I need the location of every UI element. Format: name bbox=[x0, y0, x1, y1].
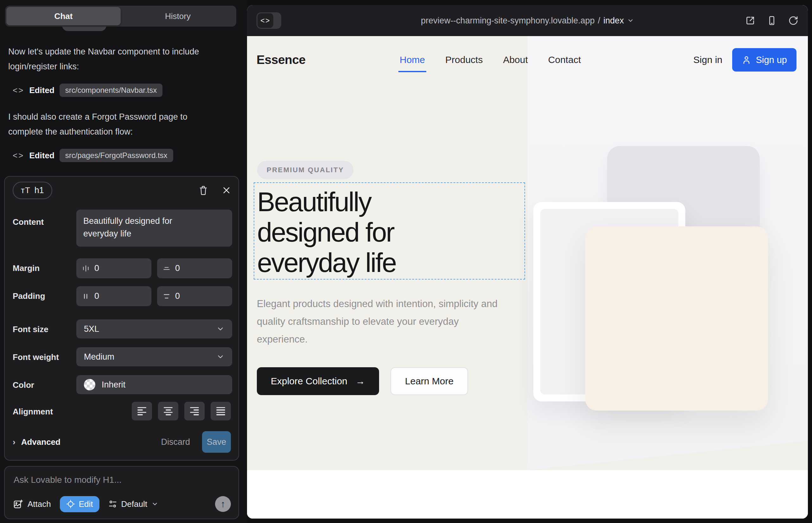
code-view-toggle[interactable]: <> bbox=[257, 12, 281, 29]
sign-in-button[interactable]: Sign in bbox=[693, 54, 722, 65]
edited-file-row[interactable]: <> Edited src/pages/ForgotPassword.tsx bbox=[13, 149, 237, 162]
close-icon bbox=[222, 186, 231, 195]
editor-footer: › Advanced Discard Save bbox=[13, 431, 231, 453]
margin-y-input[interactable]: 0 bbox=[157, 258, 232, 278]
chevron-down-icon bbox=[152, 501, 158, 507]
align-center-button[interactable] bbox=[158, 402, 178, 420]
edited-file-row[interactable]: <> Edited src/components/Navbar.tsx bbox=[13, 84, 237, 97]
chevron-down-icon bbox=[216, 325, 225, 333]
content-input[interactable]: Beautifully designed for everyday life bbox=[76, 210, 232, 247]
color-select[interactable]: Inherit bbox=[76, 375, 232, 394]
align-justify-button[interactable] bbox=[211, 402, 231, 420]
advanced-toggle[interactable]: › Advanced bbox=[13, 437, 60, 447]
open-external-button[interactable] bbox=[745, 16, 755, 26]
preview-window: <> preview--charming-site-symphony.lovab… bbox=[247, 5, 808, 519]
code-icon: <> bbox=[13, 86, 24, 95]
url-bar[interactable]: preview--charming-site-symphony.lovable.… bbox=[247, 5, 808, 36]
nav-link-products[interactable]: Products bbox=[445, 54, 483, 65]
mode-select-button[interactable]: Default bbox=[108, 499, 158, 509]
explore-collection-button[interactable]: Explore Collection → bbox=[257, 367, 379, 395]
close-panel-button[interactable] bbox=[222, 186, 231, 195]
font-size-select[interactable]: 5XL bbox=[76, 320, 232, 339]
settings-sliders-icon bbox=[108, 500, 117, 508]
chrome-actions bbox=[745, 16, 798, 26]
align-justify-icon bbox=[216, 407, 225, 415]
tab-chat[interactable]: Chat bbox=[6, 7, 121, 25]
edited-label: Edited bbox=[29, 86, 54, 95]
alignment-label: Alignment bbox=[13, 407, 53, 417]
nav-link-home[interactable]: Home bbox=[400, 54, 425, 65]
edited-label: Edited bbox=[29, 151, 54, 161]
margin-x-icon bbox=[82, 265, 90, 272]
nav-link-about[interactable]: About bbox=[503, 54, 528, 65]
attach-button[interactable]: Attach bbox=[13, 499, 51, 509]
code-icon: <> bbox=[258, 13, 273, 28]
hero-heading: Beautifully designed for everyday life bbox=[254, 183, 525, 278]
chat-message: I should also create a Forgot Password p… bbox=[8, 110, 224, 139]
element-tag-name: h1 bbox=[35, 185, 44, 195]
url-separator: / bbox=[598, 16, 600, 26]
transparency-swatch-icon bbox=[84, 379, 95, 390]
hero-cta-row: Explore Collection → Learn More bbox=[257, 367, 468, 395]
hero-paragraph: Elegant products designed with intention… bbox=[257, 295, 507, 348]
element-tag-pill[interactable]: тT h1 bbox=[13, 182, 52, 199]
url-page: index bbox=[603, 16, 624, 26]
lovable-app: Chat History Now let's update the Navbar… bbox=[0, 0, 812, 523]
site-logo[interactable]: Essence bbox=[257, 53, 306, 67]
chat-sidebar: Chat History Now let's update the Navbar… bbox=[0, 0, 247, 523]
font-weight-label: Font weight bbox=[13, 353, 59, 362]
tab-history[interactable]: History bbox=[121, 7, 235, 25]
h1-selection-outline[interactable]: Beautifully designed for everyday life bbox=[254, 182, 525, 279]
padding-y-icon bbox=[163, 292, 170, 300]
margin-y-icon bbox=[163, 265, 170, 272]
image-plus-icon bbox=[13, 499, 23, 509]
chevron-down-icon bbox=[627, 17, 634, 24]
external-link-icon bbox=[745, 16, 755, 26]
nav-links: Home Products About Contact bbox=[400, 54, 581, 65]
margin-x-input[interactable]: 0 bbox=[76, 258, 152, 278]
device-preview-button[interactable] bbox=[767, 16, 777, 26]
discard-button[interactable]: Discard bbox=[161, 437, 190, 447]
file-path-pill[interactable]: src/pages/ForgotPassword.tsx bbox=[59, 149, 173, 162]
crosshair-icon bbox=[66, 500, 75, 508]
align-right-icon bbox=[190, 407, 199, 415]
trash-icon bbox=[198, 185, 208, 195]
delete-element-button[interactable] bbox=[198, 185, 208, 195]
nav-link-contact[interactable]: Contact bbox=[548, 54, 581, 65]
font-weight-select[interactable]: Medium bbox=[76, 347, 232, 366]
align-left-icon bbox=[138, 407, 146, 415]
arrow-right-icon: → bbox=[356, 376, 365, 386]
decorative-card-front bbox=[585, 227, 768, 411]
alignment-group bbox=[132, 402, 231, 420]
send-arrow-icon: ↑ bbox=[221, 499, 226, 509]
editor-header: тT h1 bbox=[13, 179, 231, 201]
refresh-button[interactable] bbox=[788, 16, 798, 26]
composer-toolbar: Attach Edit Default ↑ bbox=[13, 496, 231, 512]
sidebar-tabbar: Chat History bbox=[5, 6, 236, 26]
element-editor-panel: тT h1 Content Beautifully designed for e… bbox=[4, 176, 239, 461]
sign-up-button[interactable]: Sign up bbox=[732, 48, 796, 72]
align-left-button[interactable] bbox=[132, 402, 152, 420]
mobile-icon bbox=[767, 16, 777, 26]
padding-x-input[interactable]: 0 bbox=[76, 286, 152, 306]
learn-more-button[interactable]: Learn More bbox=[390, 367, 468, 395]
padding-x-icon bbox=[82, 292, 90, 300]
url-domain: preview--charming-site-symphony.lovable.… bbox=[421, 16, 595, 26]
padding-y-input[interactable]: 0 bbox=[157, 286, 232, 306]
site-navbar: Essence Home Products About Contact Sign… bbox=[247, 36, 808, 84]
align-right-button[interactable] bbox=[184, 402, 205, 420]
chat-composer[interactable]: Ask Lovable to modify H1... Attach Edit … bbox=[4, 466, 239, 519]
code-icon: <> bbox=[13, 151, 24, 161]
color-label: Color bbox=[13, 380, 34, 390]
composer-placeholder[interactable]: Ask Lovable to modify H1... bbox=[14, 475, 122, 485]
edit-mode-button[interactable]: Edit bbox=[60, 496, 100, 512]
font-size-label: Font size bbox=[13, 325, 49, 334]
chat-messages: Now let's update the Navbar component to… bbox=[8, 44, 237, 175]
content-label: Content bbox=[13, 217, 44, 227]
save-button[interactable]: Save bbox=[202, 431, 231, 453]
send-button[interactable]: ↑ bbox=[215, 496, 231, 512]
preview-content: Essence Home Products About Contact Sign… bbox=[247, 36, 808, 519]
preview-chrome-bar: <> preview--charming-site-symphony.lovab… bbox=[247, 5, 808, 36]
file-path-pill[interactable]: src/components/Navbar.tsx bbox=[59, 84, 162, 97]
chevron-down-icon bbox=[216, 353, 225, 361]
